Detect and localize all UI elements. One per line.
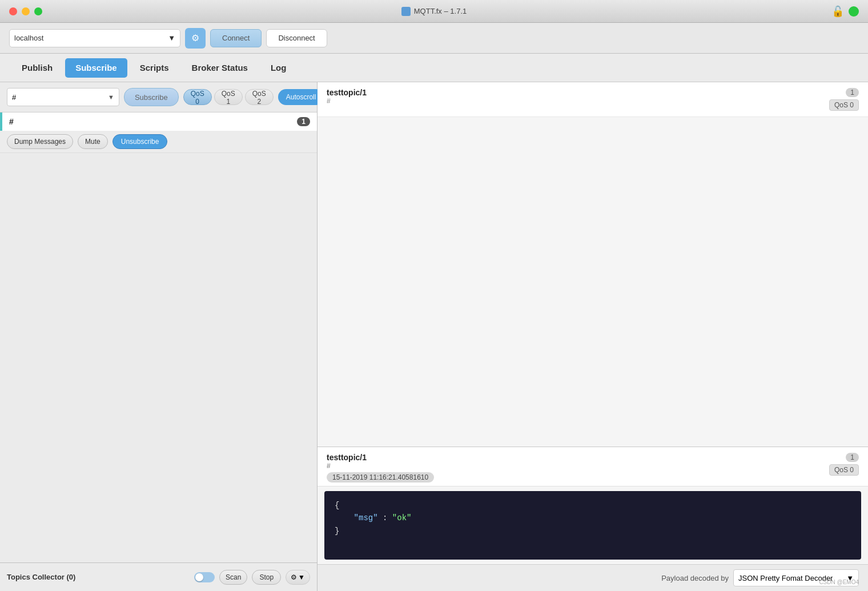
payload-line1: {: [335, 499, 851, 512]
topic-input-wrapper: ▼: [7, 88, 119, 106]
disconnect-button[interactable]: Disconnect: [266, 29, 327, 47]
collector-dropdown-icon: ▼: [298, 573, 305, 581]
topic-dropdown-arrow-icon[interactable]: ▼: [108, 94, 114, 100]
window-controls: [9, 7, 42, 15]
subscription-list: # 1 Dump Messages Mute Unsubscribe: [0, 112, 317, 562]
msg-subtopic: #: [327, 97, 825, 105]
msg-detail-info: testtopic/1 # 15-11-2019 11:16:21.405816…: [327, 453, 829, 483]
app-title: MQTT.fx – 1.7.1: [401, 7, 467, 16]
sub-item-header: # 1: [0, 112, 317, 131]
lock-icon: 🔓: [831, 5, 844, 18]
tab-bar: Publish Subscribe Scripts Broker Status …: [0, 54, 868, 82]
message-list-area: testtopic/1 # 1 QoS 0: [318, 82, 868, 447]
qos0-button[interactable]: QoS 0: [183, 89, 212, 105]
decoder-label: Payload decoded by: [661, 574, 729, 582]
topics-collector: Topics Collector (0) Scan Stop ⚙ ▼: [0, 562, 317, 591]
dump-messages-button[interactable]: Dump Messages: [7, 134, 73, 149]
collector-gear-icon: ⚙: [291, 573, 297, 581]
topic-input[interactable]: [12, 93, 108, 102]
collector-settings-button[interactable]: ⚙ ▼: [286, 570, 310, 585]
dropdown-arrow-icon: ▼: [168, 34, 175, 42]
toolbar: localhost ▼ ⚙ Connect Disconnect: [0, 23, 868, 54]
app-icon: [401, 7, 411, 16]
msg-meta: 1 QoS 0: [829, 88, 859, 111]
tab-scripts[interactable]: Scripts: [130, 58, 179, 78]
maximize-button[interactable]: [34, 7, 42, 15]
msg-topic: testtopic/1: [327, 88, 825, 97]
settings-button[interactable]: ⚙: [185, 28, 206, 49]
msg-detail-topic: testtopic/1: [327, 453, 829, 462]
subscribe-button[interactable]: Subscribe: [124, 88, 179, 106]
message-list-item[interactable]: testtopic/1 # 1 QoS 0: [318, 82, 868, 117]
right-panel: testtopic/1 # 1 QoS 0 testtopic/1 # 15-1…: [318, 82, 868, 591]
tab-subscribe[interactable]: Subscribe: [65, 58, 127, 78]
stop-button[interactable]: Stop: [252, 570, 281, 585]
payload-line3: }: [335, 525, 851, 537]
subscribe-bar: ▼ Subscribe QoS 0 QoS 1 QoS 2 Autoscroll…: [0, 82, 317, 112]
subscription-item: # 1 Dump Messages Mute Unsubscribe: [0, 112, 317, 153]
unsubscribe-button[interactable]: Unsubscribe: [112, 134, 168, 149]
msg-detail-qos: QoS 0: [829, 464, 859, 476]
tab-log[interactable]: Log: [260, 58, 297, 78]
connection-status-dot: [849, 6, 859, 17]
msg-detail-timestamp: 15-11-2019 11:16:21.40581610: [327, 472, 434, 483]
gear-icon: ⚙: [191, 33, 199, 43]
connection-value: localhost: [14, 34, 168, 42]
msg-topic-area: testtopic/1 #: [327, 88, 825, 105]
sub-item-badge: 1: [297, 117, 310, 126]
title-bar: MQTT.fx – 1.7.1 🔓: [0, 0, 868, 23]
sub-item-actions: Dump Messages Mute Unsubscribe: [0, 131, 317, 152]
topics-collector-title: Topics Collector (0): [7, 573, 190, 581]
decoder-bar: Payload decoded by JSON Pretty Fomat Dec…: [318, 564, 868, 591]
msg-detail-header: testtopic/1 # 15-11-2019 11:16:21.405816…: [318, 447, 868, 487]
msg-detail-count: 1: [846, 453, 859, 462]
payload-line2: "msg" : "ok": [335, 512, 851, 524]
msg-detail-subtopic: #: [327, 462, 829, 470]
connection-dropdown[interactable]: localhost ▼: [9, 29, 180, 47]
close-button[interactable]: [9, 7, 17, 15]
mute-button[interactable]: Mute: [78, 134, 108, 149]
minimize-button[interactable]: [22, 7, 30, 15]
main-content: ▼ Subscribe QoS 0 QoS 1 QoS 2 Autoscroll…: [0, 82, 868, 591]
connect-button[interactable]: Connect: [210, 29, 262, 47]
message-detail-area: testtopic/1 # 15-11-2019 11:16:21.405816…: [318, 447, 868, 564]
watermark: CSDN @EMO4: [819, 579, 859, 585]
scan-button[interactable]: Scan: [219, 570, 247, 585]
msg-qos: QoS 0: [829, 99, 859, 111]
tab-publish[interactable]: Publish: [11, 58, 63, 78]
msg-payload-box: { "msg" : "ok" }: [324, 491, 861, 560]
qos1-button[interactable]: QoS 1: [214, 89, 243, 105]
qos-group: QoS 0 QoS 1 QoS 2: [183, 89, 274, 105]
collector-toggle[interactable]: [194, 572, 215, 582]
msg-detail-meta: 1 QoS 0: [829, 453, 859, 476]
sub-item-topic: #: [9, 117, 297, 126]
title-bar-right: 🔓: [831, 5, 859, 18]
tab-broker-status[interactable]: Broker Status: [182, 58, 258, 78]
qos2-button[interactable]: QoS 2: [245, 89, 274, 105]
left-panel: ▼ Subscribe QoS 0 QoS 1 QoS 2 Autoscroll…: [0, 82, 318, 591]
msg-count: 1: [846, 88, 859, 97]
